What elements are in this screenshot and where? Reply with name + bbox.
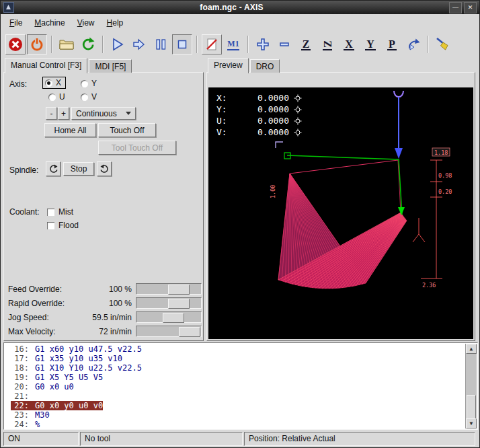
dro-row-x: X: 0.0000 (216, 92, 302, 104)
toolbar-separator (196, 36, 198, 53)
zoom-out-button[interactable] (274, 34, 294, 54)
flood-checkbox[interactable]: Flood (47, 221, 79, 230)
power-icon (29, 36, 45, 52)
toolbar-separator (247, 36, 249, 53)
jog-speed-label: Jog Speed: (8, 313, 49, 322)
view-perspective-icon: P (387, 39, 397, 50)
close-button[interactable]: ✕ (464, 2, 477, 13)
machine-power-button[interactable] (27, 34, 47, 54)
toolbar: M1 Z Z X Y P (1, 31, 479, 58)
slider-thumb[interactable] (168, 299, 190, 309)
scrollbar-thumb[interactable] (467, 395, 476, 420)
zoom-in-button[interactable] (253, 34, 273, 54)
menu-machine[interactable]: Machine (28, 15, 71, 30)
gcode-line[interactable]: 24:% (11, 420, 464, 429)
axis-radio-x[interactable]: X (43, 77, 65, 88)
tab-preview[interactable]: Preview (208, 58, 249, 73)
svg-text:2.36: 2.36 (422, 282, 436, 289)
spindle-cw-icon (99, 164, 110, 174)
spindle-cw-button[interactable] (97, 161, 112, 176)
optional-stop-button[interactable]: M1 (223, 34, 243, 54)
spindle-stop-button[interactable]: Stop (63, 162, 94, 176)
mist-checkbox[interactable]: Mist (47, 207, 73, 217)
rapid-override-slider[interactable] (136, 297, 202, 309)
jog-speed-slider[interactable] (136, 311, 202, 323)
gcode-line[interactable]: 17:G1 x35 y10 u35 v10 (11, 354, 464, 363)
dro-row-u: U: 0.0000 (216, 115, 302, 126)
axis-radio-y[interactable]: Y (81, 79, 97, 88)
titlebar: foam.ngc - AXIS — ✕ (1, 1, 479, 14)
tab-mdi[interactable]: MDI [F5] (89, 59, 132, 73)
jog-plus-button[interactable]: + (58, 107, 69, 120)
reload-file-button[interactable] (78, 34, 98, 54)
slider-thumb[interactable] (179, 327, 200, 337)
rotate-view-button[interactable] (403, 34, 424, 54)
tab-dro[interactable]: DRO (250, 59, 280, 73)
gcode-line[interactable]: 18:G1 X10 Y10 u22.5 v22.5 (11, 363, 464, 373)
gcode-line[interactable]: 20:G0 x0 u0 (11, 382, 464, 391)
jog-mode-select[interactable]: Continuous (71, 107, 136, 120)
jog-minus-button[interactable]: - (46, 107, 57, 120)
reload-icon (80, 36, 96, 52)
max-velocity-slider[interactable] (136, 326, 202, 337)
gcode-scrollbar[interactable]: ▲ ▼ (465, 344, 477, 428)
feed-override-slider[interactable] (136, 283, 202, 295)
view-front-button[interactable]: Y (360, 34, 381, 54)
menu-help[interactable]: Help (101, 15, 130, 30)
rapid-override-label: Rapid Override: (8, 299, 65, 308)
step-line-button[interactable] (129, 34, 149, 54)
minimize-button[interactable]: — (449, 2, 462, 13)
skip-lines-button[interactable] (202, 34, 222, 54)
preview-notebook: Preview DRO X: 0.0000 Y: 0.0000 (206, 59, 475, 341)
radio-indicator (81, 80, 88, 87)
scroll-down-arrow[interactable]: ▼ (466, 418, 477, 428)
run-program-button[interactable] (108, 34, 128, 54)
brush-icon (435, 36, 451, 52)
slider-thumb[interactable] (168, 285, 190, 295)
max-velocity-value: 72 in/min (71, 327, 132, 336)
preview-canvas[interactable]: X: 0.0000 Y: 0.0000 U: 0.0000 (208, 87, 473, 339)
svg-text:1.18: 1.18 (434, 149, 448, 156)
wing-top-edge (290, 160, 398, 174)
gcode-line[interactable]: 23:M30 (11, 410, 464, 420)
gcode-line-active[interactable]: 22:G0 x0 y0 u0 v0 (11, 401, 464, 410)
estop-icon (7, 36, 24, 52)
svg-text:0.20: 0.20 (438, 188, 452, 195)
touch-off-button[interactable]: Touch Off (98, 123, 156, 137)
pause-program-button[interactable] (151, 34, 171, 54)
tab-manual-control[interactable]: Manual Control [F3] (5, 58, 87, 73)
radio-indicator (48, 94, 56, 101)
gcode-line[interactable]: 16:G1 x60 y10 u47.5 v22.5 (11, 344, 464, 354)
stop-program-button[interactable] (172, 34, 192, 54)
spindle-label: Spindle: (9, 165, 38, 175)
axis-radio-u[interactable]: U (48, 92, 65, 102)
scroll-up-arrow[interactable]: ▲ (466, 344, 477, 354)
home-all-button[interactable]: Home All (44, 123, 96, 137)
optional-stop-icon: M1 (227, 39, 239, 50)
gcode-line[interactable]: 21: (11, 391, 464, 401)
view-side-button[interactable]: X (339, 34, 359, 54)
spindle-ccw-button[interactable] (46, 161, 61, 176)
status-position-mode: Position: Relative Actual (244, 432, 475, 446)
checkbox-indicator (47, 209, 54, 216)
open-file-button[interactable] (56, 34, 77, 54)
clear-plot-button[interactable] (433, 34, 453, 54)
gcode-listing[interactable]: 16:G1 x60 y10 u47.5 v22.5 17:G1 x35 y10 … (3, 342, 478, 430)
feed-override-label: Feed Override: (8, 285, 62, 294)
view-top-button[interactable]: Z (296, 34, 316, 54)
coolant-label: Coolant: (9, 207, 40, 217)
estop-button[interactable] (5, 34, 26, 54)
slider-thumb[interactable] (163, 313, 184, 323)
view-rotated-top-button[interactable]: Z (317, 34, 337, 54)
menu-file[interactable]: File (3, 15, 28, 30)
gcode-line[interactable]: 19:G1 X5 Y5 U5 V5 (11, 373, 464, 382)
stop-icon (175, 37, 190, 52)
svg-text:0.98: 0.98 (438, 172, 452, 179)
rapid-override-value: 100 % (71, 299, 132, 308)
u-axis-label (394, 91, 403, 97)
view-perspective-button[interactable]: P (382, 34, 402, 54)
axis-radio-v[interactable]: V (81, 92, 97, 102)
tool-touch-off-button: Tool Touch Off (98, 141, 176, 155)
menu-view[interactable]: View (71, 15, 101, 30)
spindle-ccw-icon (48, 164, 58, 174)
